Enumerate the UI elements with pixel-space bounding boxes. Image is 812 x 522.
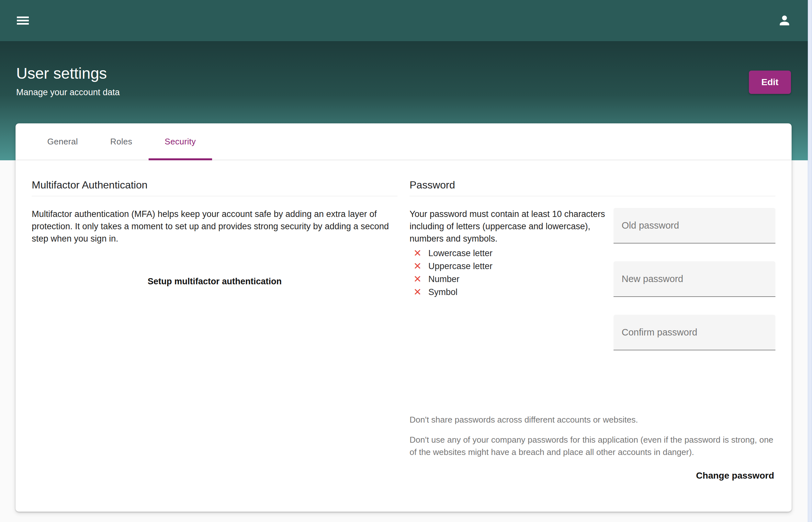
hamburger-bar bbox=[17, 17, 29, 18]
new-password-input[interactable] bbox=[613, 261, 775, 296]
vertical-scrollbar[interactable] bbox=[808, 0, 812, 522]
page-subtitle: Manage your account data bbox=[16, 86, 120, 98]
confirm-password-field bbox=[613, 315, 775, 350]
hamburger-bar bbox=[17, 20, 29, 21]
fail-x-icon: ✕ bbox=[413, 273, 424, 286]
tab-bar: General Roles Security bbox=[16, 123, 792, 160]
top-app-bar bbox=[0, 0, 812, 41]
change-password-row: Change password bbox=[410, 468, 775, 483]
hamburger-bar bbox=[17, 23, 29, 25]
tab-roles[interactable]: Roles bbox=[94, 123, 149, 160]
password-requirements-block: Your password must contain at least 10 c… bbox=[410, 196, 610, 368]
password-notes: Don't share passwords across different a… bbox=[410, 414, 775, 458]
password-requirements-list: ✕ Lowercase letter ✕ Uppercase letter ✕ … bbox=[410, 247, 610, 299]
page-title: User settings bbox=[16, 64, 107, 83]
old-password-input[interactable] bbox=[613, 208, 775, 243]
requirement-symbol: ✕ Symbol bbox=[410, 286, 610, 299]
password-section: Password Your password must contain at l… bbox=[410, 160, 775, 483]
requirement-label: Uppercase letter bbox=[428, 261, 492, 272]
fail-x-icon: ✕ bbox=[413, 247, 424, 260]
edit-button[interactable]: Edit bbox=[749, 71, 791, 94]
password-requirements-intro: Your password must contain at least 10 c… bbox=[410, 208, 610, 245]
password-heading: Password bbox=[410, 178, 775, 196]
user-settings-page: User settings Manage your account data E… bbox=[0, 0, 812, 522]
new-password-field bbox=[613, 261, 775, 297]
requirement-label: Symbol bbox=[428, 287, 458, 297]
mfa-heading: Multifactor Authentication bbox=[32, 178, 398, 196]
person-account-icon[interactable] bbox=[777, 13, 792, 28]
setup-mfa-button[interactable]: Setup multifactor authentication bbox=[142, 273, 287, 290]
hamburger-menu-icon[interactable] bbox=[17, 15, 29, 26]
requirement-label: Number bbox=[428, 274, 460, 284]
tab-general[interactable]: General bbox=[31, 123, 94, 160]
settings-card: General Roles Security Multifactor Authe… bbox=[16, 123, 792, 511]
fail-x-icon: ✕ bbox=[413, 286, 424, 299]
fail-x-icon: ✕ bbox=[413, 260, 424, 273]
mfa-description: Multifactor authentication (MFA) helps k… bbox=[32, 208, 398, 245]
requirement-label: Lowercase letter bbox=[428, 248, 492, 258]
change-password-button[interactable]: Change password bbox=[695, 468, 775, 483]
password-note: Don't use any of your company passwords … bbox=[410, 434, 775, 458]
password-fields bbox=[613, 196, 775, 368]
requirement-lowercase: ✕ Lowercase letter bbox=[410, 247, 610, 260]
requirement-number: ✕ Number bbox=[410, 273, 610, 286]
tab-security[interactable]: Security bbox=[149, 123, 212, 160]
password-note: Don't share passwords across different a… bbox=[410, 414, 775, 426]
confirm-password-input[interactable] bbox=[613, 315, 775, 350]
security-tab-content: Multifactor Authentication Multifactor a… bbox=[16, 160, 792, 483]
mfa-section: Multifactor Authentication Multifactor a… bbox=[32, 160, 398, 483]
old-password-field bbox=[613, 208, 775, 243]
requirement-uppercase: ✕ Uppercase letter bbox=[410, 260, 610, 273]
password-grid: Your password must contain at least 10 c… bbox=[410, 196, 775, 368]
